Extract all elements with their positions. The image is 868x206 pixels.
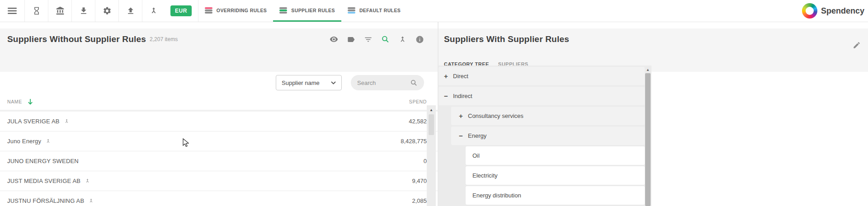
sort-descending-icon[interactable] <box>28 98 33 105</box>
table-filter-row: Supplier name <box>0 72 438 94</box>
download-icon <box>79 6 88 15</box>
pencil-icon <box>853 41 861 49</box>
column-header-name[interactable]: NAME <box>7 99 22 104</box>
left-panel-header: Suppliers Without Supplier Rules 2,207 i… <box>0 28 438 72</box>
merge-icon[interactable] <box>45 138 51 144</box>
tab-label: DEFAULT RULES <box>359 8 401 13</box>
gear-icon <box>103 6 112 15</box>
upload-icon <box>126 6 135 15</box>
tree-node-direct[interactable]: + Direct <box>439 67 645 85</box>
brand-name: Spendency <box>821 6 864 16</box>
scroll-up-arrow-icon[interactable]: ▲ <box>645 67 651 73</box>
merge-button[interactable] <box>142 0 165 22</box>
tag-icon <box>347 35 355 44</box>
merge-suppliers-button[interactable] <box>398 35 407 44</box>
table-row[interactable]: JULA SVERIGE AB 42,582 <box>0 112 438 131</box>
tag-button[interactable] <box>347 35 355 44</box>
tree-node-energy[interactable]: − Energy <box>451 126 645 145</box>
merge-icon[interactable] <box>64 118 70 124</box>
table-row[interactable]: Juno Energy 8,428,775 <box>0 131 438 151</box>
info-button[interactable] <box>415 35 424 44</box>
column-header-spend[interactable]: SPEND <box>409 99 427 104</box>
hamburger-icon <box>8 7 17 14</box>
download-button[interactable] <box>72 0 95 22</box>
table-scrollbar[interactable]: ▲ <box>427 105 436 206</box>
collapse-icon[interactable]: − <box>444 92 453 100</box>
info-icon <box>415 35 424 44</box>
collapse-icon[interactable]: − <box>459 132 468 140</box>
hamburger-menu-button[interactable] <box>0 0 25 22</box>
tab-supplier-rules[interactable]: SUPPLIER RULES <box>273 0 341 22</box>
tree-node-oil[interactable]: Oil <box>466 146 645 165</box>
suppliers-without-rules-panel: Suppliers Without Supplier Rules 2,207 i… <box>0 22 439 206</box>
search-icon <box>381 35 390 44</box>
scrollbar-thumb[interactable] <box>429 114 434 135</box>
scroll-up-arrow-icon[interactable]: ▲ <box>427 105 436 113</box>
merge-icon[interactable] <box>85 178 90 184</box>
hourglass-icon <box>32 6 41 15</box>
merge-icon[interactable] <box>88 198 94 204</box>
expand-icon[interactable]: + <box>444 72 453 80</box>
table-row[interactable]: JUST MEDIA SVERIGE AB 9,470 <box>0 171 438 191</box>
tree-node-electricity[interactable]: Electricity <box>466 166 645 185</box>
visibility-button[interactable] <box>330 35 338 44</box>
search-toggle-button[interactable] <box>381 35 390 44</box>
expand-icon[interactable]: + <box>459 112 468 120</box>
tab-label: SUPPLIER RULES <box>291 8 335 13</box>
filter-button[interactable] <box>364 35 373 44</box>
table-row[interactable]: JUSTNU FÖRSÄLJNING AB 2,085 <box>0 191 438 206</box>
magnifier-icon[interactable] <box>410 79 418 87</box>
right-panel-title: Suppliers With Supplier Rules <box>444 34 569 44</box>
table-row[interactable]: JUNO ENERGY SWEDEN 0 <box>0 151 438 171</box>
brand-logo: Spendency <box>802 0 864 22</box>
tab-default-rules[interactable]: DEFAULT RULES <box>341 0 407 22</box>
edit-button[interactable] <box>853 41 861 51</box>
supplier-rules-icon <box>279 7 287 14</box>
currency-badge[interactable]: EUR <box>170 5 192 16</box>
search-input[interactable] <box>357 80 410 86</box>
scrollbar-thumb[interactable] <box>645 73 651 206</box>
bank-icon <box>56 6 65 15</box>
tab-overriding-rules[interactable]: OVERRIDING RULES <box>198 0 273 22</box>
tree-node-consultancy-services[interactable]: + Consultancy services <box>451 107 645 125</box>
table-header: NAME SPEND <box>0 94 438 110</box>
upload-button[interactable] <box>119 0 142 22</box>
tree-scrollbar[interactable]: ▲ <box>645 67 651 206</box>
search-field-selector[interactable]: Supplier name <box>276 75 342 90</box>
merge-icon <box>398 35 407 44</box>
default-rules-icon <box>348 7 355 14</box>
history-button[interactable] <box>25 0 48 22</box>
supplier-table: JULA SVERIGE AB 42,582 Juno Energy 8,428… <box>0 112 438 206</box>
category-tree: + Direct − Indirect + Consultancy servic… <box>439 66 651 206</box>
items-count: 2,207 items <box>150 36 178 42</box>
tab-label: OVERRIDING RULES <box>217 8 267 13</box>
overriding-rules-icon <box>205 7 212 14</box>
chevron-down-icon <box>331 81 336 84</box>
left-panel-title: Suppliers Without Supplier Rules <box>7 34 146 44</box>
suppliers-with-rules-panel: Suppliers With Supplier Rules CATEGORY T… <box>439 22 868 206</box>
tree-node-energy-distribution[interactable]: Energy distribution <box>466 186 645 205</box>
organization-button[interactable] <box>48 0 72 22</box>
selector-value: Supplier name <box>282 80 320 86</box>
top-toolbar: EUR OVERRIDING RULES SUPPLIER RULES DEFA… <box>0 0 868 22</box>
settings-button[interactable] <box>95 0 119 22</box>
filter-icon <box>364 35 373 44</box>
spendency-ring-icon <box>802 3 817 19</box>
supplier-search-box <box>351 75 424 90</box>
tree-node-indirect[interactable]: − Indirect <box>439 87 645 105</box>
eye-icon <box>330 35 338 44</box>
merge-icon <box>149 6 158 15</box>
